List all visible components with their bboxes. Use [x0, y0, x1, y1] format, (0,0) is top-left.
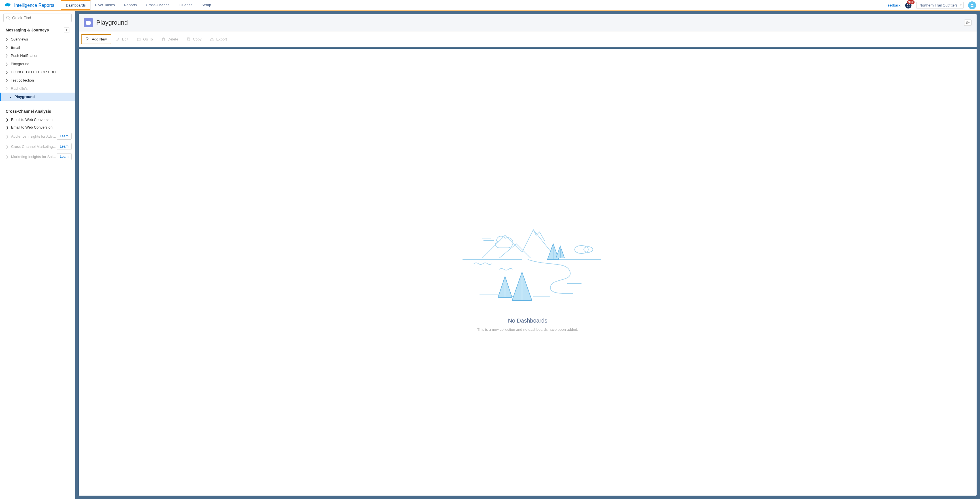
tab-queries[interactable]: Queries — [175, 0, 197, 11]
tool-label: Delete — [168, 37, 178, 41]
edit-button[interactable]: Edit — [112, 35, 132, 44]
pencil-icon — [116, 37, 120, 41]
sidebar-item-playground-selected[interactable]: ⌄Playground — [0, 92, 75, 101]
tool-label: Copy — [193, 37, 201, 41]
chevron-right-icon: ❯ — [6, 70, 8, 74]
chevron-right-icon: ❯ — [6, 145, 9, 149]
chevron-right-icon: ❯ — [6, 125, 9, 129]
svg-rect-7 — [137, 38, 140, 41]
tool-label: Go To — [143, 37, 153, 41]
sidebar-item-label: Email to Web Conversion — [11, 118, 52, 122]
svg-point-2 — [908, 4, 910, 5]
svg-point-4 — [6, 16, 10, 19]
sidebar-item-overviews[interactable]: ❯Overviews — [0, 35, 75, 43]
sidebar-item-label: Marketing Insights for Sal… — [11, 155, 56, 159]
svg-line-5 — [9, 19, 10, 20]
chevron-right-icon: ❯ — [6, 155, 9, 159]
mascot-icon[interactable]: 99+ — [905, 2, 912, 9]
notification-badge: 99+ — [907, 0, 915, 4]
sidebar-section-label: Messaging & Journeys — [6, 28, 49, 32]
sidebar-item-testcollection[interactable]: ❯Test collection — [0, 76, 75, 84]
calendar-icon — [137, 37, 141, 41]
chevron-down-icon: ⌄ — [10, 95, 12, 98]
tool-label: Export — [216, 37, 227, 41]
sidebar: Messaging & Journeys ▼ ❯Overviews ❯Email… — [0, 11, 75, 499]
sidebar-item-label: Playground — [14, 95, 35, 99]
tab-pivot-tables[interactable]: Pivot Tables — [91, 0, 119, 11]
search-icon — [6, 16, 11, 20]
add-new-button[interactable]: Add New — [81, 34, 111, 44]
sidebar-section2-label: Cross-Channel Analysis — [0, 107, 75, 116]
empty-state: No Dashboards This is a new collection a… — [79, 49, 977, 496]
user-avatar[interactable] — [968, 2, 976, 10]
main-canvas: Playground ▴ Add New Edit — [75, 11, 980, 499]
learn-button[interactable]: Learn — [57, 153, 72, 160]
tool-label: Edit — [122, 37, 128, 41]
sidebar-item-label: DO NOT DELETE OR EDIT — [11, 70, 56, 74]
chevron-right-icon: ❯ — [6, 134, 9, 138]
chevron-right-icon: ❯ — [6, 62, 8, 65]
sidebar-item-emailweb1[interactable]: ❯Email to Web Conversion — [0, 116, 75, 124]
folder-icon — [84, 18, 93, 27]
brand: Intelligence Reports — [0, 3, 58, 8]
caret-icon: ▴ — [969, 22, 970, 24]
brand-name: Intelligence Reports — [14, 3, 54, 8]
quick-find[interactable] — [3, 14, 72, 22]
sidebar-item-donotdelete[interactable]: ❯DO NOT DELETE OR EDIT — [0, 68, 75, 76]
copy-button[interactable]: Copy — [183, 35, 205, 44]
sidebar-item-label: Rachelle's — [11, 86, 28, 91]
tab-cross-channel[interactable]: Cross-Channel — [142, 0, 175, 11]
sidebar-item-label: Email — [11, 45, 20, 49]
search-input[interactable] — [12, 16, 69, 20]
sidebar-item-label: Playground — [11, 62, 29, 66]
svg-point-1 — [907, 4, 908, 5]
sidebar-item-label: Overviews — [11, 37, 28, 41]
export-button[interactable]: Export — [206, 35, 231, 44]
sidebar-item-emailweb2[interactable]: ❯Email to Web Conversion — [0, 124, 75, 131]
tab-dashboards[interactable]: Dashboards — [61, 0, 90, 11]
sidebar-item-audience[interactable]: ❯Audience Insights for Adv… Learn — [0, 131, 75, 141]
top-nav: Intelligence Reports Dashboards Pivot Ta… — [0, 0, 980, 11]
chevron-right-icon: ❯ — [6, 46, 8, 49]
org-picker[interactable]: Northern Trail Outfitters — [916, 2, 964, 9]
tab-setup[interactable]: Setup — [197, 0, 216, 11]
sidebar-section-head: Messaging & Journeys ▼ — [0, 25, 75, 35]
sidebar-tree: ❯Overviews ❯Email ❯Push Notification ❯Pl… — [0, 35, 75, 101]
svg-point-6 — [967, 22, 968, 23]
toolbar: Add New Edit Go To Delete — [79, 32, 977, 49]
delete-button[interactable]: Delete — [158, 35, 182, 44]
sidebar-item-playground[interactable]: ❯Playground — [0, 60, 75, 68]
sidebar-item-label: Test collection — [11, 78, 34, 83]
sidebar-item-label: Cross-Channel Marketing … — [11, 145, 57, 149]
section-dropdown-icon[interactable]: ▼ — [64, 27, 69, 33]
sidebar-item-label: Push Notification — [11, 54, 38, 58]
export-icon — [210, 37, 214, 41]
chevron-right-icon: ❯ — [6, 87, 8, 90]
nav-tabs: Dashboards Pivot Tables Reports Cross-Ch… — [61, 0, 216, 11]
page-title: Playground — [96, 19, 128, 26]
sidebar-item-marketing[interactable]: ❯Marketing Insights for Sal… Learn — [0, 151, 75, 162]
svg-rect-9 — [188, 38, 190, 41]
sidebar-item-label: Email to Web Conversion — [11, 125, 52, 129]
sidebar-item-crosschannel[interactable]: ❯Cross-Channel Marketing … Learn — [0, 141, 75, 151]
chevron-right-icon: ❯ — [6, 54, 8, 57]
salesforce-cloud-icon — [4, 3, 12, 8]
chevron-right-icon: ❯ — [6, 118, 9, 122]
tool-label: Add New — [92, 37, 107, 41]
feedback-link[interactable]: Feedback — [885, 3, 900, 7]
file-plus-icon — [86, 37, 89, 41]
sidebar-item-rachelles[interactable]: ❯Rachelle's — [0, 84, 75, 92]
sidebar-item-label: Audience Insights for Adv… — [11, 134, 56, 138]
sidebar-item-push[interactable]: ❯Push Notification — [0, 52, 75, 60]
empty-subtitle: This is a new collection and no dashboar… — [477, 327, 578, 332]
learn-button[interactable]: Learn — [57, 133, 72, 140]
goto-button[interactable]: Go To — [133, 35, 157, 44]
chevron-right-icon: ❯ — [6, 38, 8, 41]
tab-reports[interactable]: Reports — [119, 0, 142, 11]
page-header: Playground ▴ — [79, 14, 977, 32]
sidebar-item-email[interactable]: ❯Email — [0, 43, 75, 52]
settings-button[interactable]: ▴ — [964, 19, 972, 26]
chevron-right-icon: ❯ — [6, 79, 8, 82]
gear-icon — [966, 21, 969, 24]
learn-button[interactable]: Learn — [57, 143, 72, 150]
